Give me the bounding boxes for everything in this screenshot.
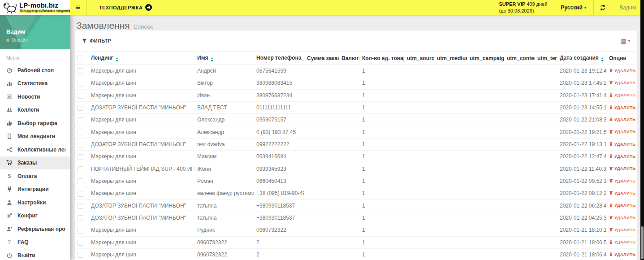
delete-button[interactable]: УДАЛИТЬ <box>609 178 635 183</box>
refresh-button[interactable] <box>594 0 612 15</box>
cell <box>504 89 535 101</box>
cell <box>339 101 359 113</box>
cell <box>504 101 535 113</box>
delete-button[interactable]: УДАЛИТЬ <box>609 239 635 244</box>
row-checkbox[interactable] <box>78 93 83 99</box>
sidebar-item-colleagues[interactable]: Коллеги <box>0 104 70 117</box>
row-select-cell <box>75 101 88 113</box>
cell <box>304 77 339 89</box>
filter-button[interactable]: ФИЛЬТР <box>82 38 111 43</box>
hamburger-icon[interactable]: ≡ <box>70 0 86 15</box>
delete-button[interactable]: УДАЛИТЬ <box>609 215 635 220</box>
delete-button[interactable]: УДАЛИТЬ <box>609 68 635 73</box>
sidebar-item-gears[interactable]: Конфиг <box>0 209 70 223</box>
delete-button[interactable]: УДАЛИТЬ <box>609 227 635 232</box>
delete-button[interactable]: УДАЛИТЬ <box>609 203 635 208</box>
delete-button[interactable]: УДАЛИТЬ <box>609 252 635 257</box>
sidebar-item-dashboard[interactable]: Рабочий стол <box>0 64 70 77</box>
delete-button[interactable]: УДАЛИТЬ <box>609 80 635 85</box>
sidebar-item-user-plus[interactable]: Реферальная программа <box>0 222 70 236</box>
cell <box>339 187 359 199</box>
cell: 2020-01-22 11:40:37 <box>557 163 606 175</box>
sidebar-item-news[interactable]: Новости <box>0 90 70 104</box>
row-checkbox[interactable] <box>78 178 83 184</box>
news-icon <box>6 93 13 100</box>
sidebar-item-tariff[interactable]: Выбор тарифа <box>0 117 70 130</box>
cell <box>404 187 434 199</box>
sidebar-item-cart[interactable]: Заказы <box>0 156 70 170</box>
row-select-cell <box>75 175 88 187</box>
sidebar-item-label: Новости <box>17 94 40 100</box>
sidebar-item-power[interactable]: Выйти <box>0 249 70 260</box>
delete-button[interactable]: УДАЛИТЬ <box>609 191 635 195</box>
row-checkbox[interactable] <box>78 228 83 234</box>
sidebar-item-stats[interactable]: Статистика <box>0 77 70 91</box>
table-row: Маркеры для шинАлександр0 (93) 193 87 45… <box>75 126 640 138</box>
select-all-checkbox[interactable] <box>78 56 83 61</box>
logo[interactable]: LP-mobi.biz Конструктор мобильных лендин… <box>0 0 70 15</box>
cell <box>535 199 557 212</box>
language-selector[interactable]: Русский ▾ <box>553 0 593 15</box>
delete-button[interactable]: УДАЛИТЬ <box>609 166 635 171</box>
cell <box>504 224 535 236</box>
cell <box>304 175 339 187</box>
cell: 0960732322 <box>194 248 254 260</box>
delete-button[interactable]: УДАЛИТЬ <box>609 142 635 147</box>
row-checkbox[interactable] <box>78 191 83 197</box>
row-checkbox[interactable] <box>78 215 83 221</box>
cell: Маркеры для шин <box>88 175 194 187</box>
cell <box>434 224 467 236</box>
sidebar-item-my-landings[interactable]: Мои лендинги <box>0 130 70 143</box>
delete-button[interactable]: УДАЛИТЬ <box>609 129 635 134</box>
cell <box>467 101 504 113</box>
row-checkbox[interactable] <box>78 240 83 246</box>
cell: 1 <box>359 101 404 113</box>
delete-button[interactable]: УДАЛИТЬ <box>609 117 635 122</box>
row-checkbox[interactable] <box>78 105 83 111</box>
cell: 1 <box>359 65 404 77</box>
row-checkbox[interactable] <box>78 68 83 74</box>
row-checkbox[interactable] <box>78 142 83 147</box>
row-checkbox[interactable] <box>78 166 83 172</box>
column-settings-button[interactable]: ▦ ▾ <box>620 38 630 44</box>
sort-icon <box>601 57 604 62</box>
column-header[interactable]: Лендинг <box>88 52 194 65</box>
cell <box>467 187 504 199</box>
row-select-cell <box>75 89 88 101</box>
row-checkbox[interactable] <box>78 203 83 209</box>
cell: 1 <box>359 224 404 236</box>
sidebar-item-question[interactable]: ? FAQ <box>0 236 70 249</box>
cell <box>434 187 467 199</box>
row-select-cell <box>75 187 88 199</box>
sidebar-item-share[interactable]: Коллективные лендинги <box>0 143 70 156</box>
dollar-icon: $ <box>6 173 13 179</box>
cell <box>404 224 434 236</box>
delete-button[interactable]: УДАЛИТЬ <box>609 105 635 110</box>
row-checkbox[interactable] <box>78 81 83 87</box>
page-header: ЗамовленняСписок <box>70 15 644 30</box>
cell: 1 <box>359 151 404 163</box>
trash-icon <box>609 227 613 232</box>
row-checkbox[interactable] <box>78 130 83 135</box>
sidebar-item-plug[interactable]: Интеграции <box>0 183 70 196</box>
cell <box>504 126 535 138</box>
row-checkbox[interactable] <box>78 252 83 258</box>
support-button[interactable]: ТЕХПОДДЕРЖКА <box>86 0 161 15</box>
delete-button[interactable]: УДАЛИТЬ <box>609 92 635 97</box>
delete-button[interactable]: УДАЛИТЬ <box>609 154 635 159</box>
header-user-menu[interactable]: Вадим <box>612 0 644 15</box>
column-header[interactable]: Дата создания <box>557 52 606 65</box>
cell <box>304 248 339 260</box>
sidebar-item-user[interactable]: Настройки <box>0 196 70 209</box>
sidebar-item-dollar[interactable]: $ Оплата <box>0 169 70 183</box>
row-checkbox[interactable] <box>78 154 83 160</box>
column-header[interactable]: Номер телефона <box>254 52 304 65</box>
sort-icon <box>211 57 213 62</box>
column-header[interactable]: Имя <box>194 52 254 65</box>
cell <box>304 224 339 236</box>
scrollbar-thumb[interactable] <box>641 226 644 259</box>
cell: Роман <box>194 175 254 187</box>
filter-label: ФИЛЬТР <box>90 38 111 43</box>
row-checkbox[interactable] <box>78 117 83 123</box>
cell <box>339 151 359 163</box>
